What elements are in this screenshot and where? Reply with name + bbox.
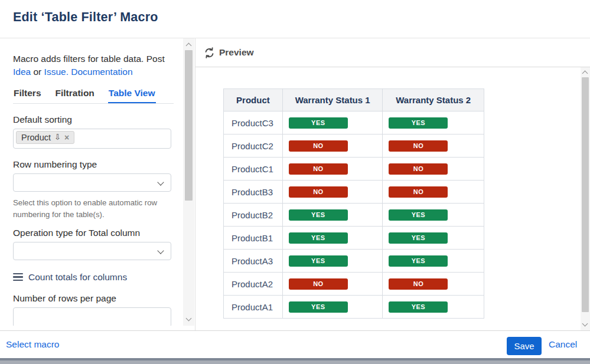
- preview-table: ProductWarranty Status 1Warranty Status …: [223, 88, 484, 319]
- status-cell: NO: [282, 158, 383, 181]
- window-edge-light: [0, 360, 590, 364]
- product-cell: ProductC2: [224, 135, 283, 158]
- status-cell: YES: [282, 204, 383, 227]
- product-cell: ProductA1: [224, 296, 283, 319]
- sort-chip[interactable]: Product ⇩ ×: [16, 131, 74, 144]
- sort-chip-label: Product: [21, 133, 51, 142]
- preview-title: Preview: [219, 47, 254, 58]
- row-numbering-help: Select this option to enable automatic r…: [13, 197, 171, 221]
- panel-divider: [195, 38, 195, 330]
- page-title: Edit ‘Table Filter’ Macro: [13, 10, 158, 25]
- status-cell: YES: [282, 296, 383, 319]
- product-cell: ProductA2: [224, 273, 283, 296]
- status-cell: YES: [282, 250, 383, 273]
- count-totals-label: Count totals for columns: [28, 272, 127, 283]
- table-row: ProductB3NONO: [224, 181, 484, 204]
- product-cell: ProductB1: [224, 227, 283, 250]
- cancel-link[interactable]: Cancel: [549, 339, 577, 350]
- scroll-down-icon[interactable]: [582, 321, 588, 327]
- status-cell: NO: [383, 273, 484, 296]
- save-button[interactable]: Save: [507, 337, 542, 355]
- status-badge: YES: [389, 117, 448, 129]
- product-cell: ProductB3: [224, 181, 283, 204]
- status-badge: NO: [289, 163, 348, 175]
- description-text: Macro adds filters for table data. Post: [13, 53, 172, 65]
- status-badge: YES: [389, 301, 448, 313]
- status-cell: YES: [383, 227, 484, 250]
- status-badge: YES: [289, 232, 348, 244]
- hamburger-icon: [13, 273, 23, 281]
- status-badge: NO: [389, 278, 448, 290]
- status-cell: NO: [282, 181, 383, 204]
- preview-scrollbar[interactable]: [581, 67, 590, 330]
- select-macro-link[interactable]: Select macro: [6, 339, 59, 350]
- documentation-link[interactable]: Documentation: [71, 67, 132, 77]
- table-header-row: ProductWarranty Status 1Warranty Status …: [224, 89, 484, 112]
- status-cell: NO: [383, 135, 484, 158]
- chevron-down-icon: [157, 247, 164, 254]
- column-header: Warranty Status 2: [383, 89, 484, 112]
- table-row: ProductA2NONO: [224, 273, 484, 296]
- status-cell: YES: [383, 250, 484, 273]
- status-cell: YES: [383, 112, 484, 135]
- rows-per-page-input[interactable]: [13, 307, 171, 326]
- status-badge: YES: [289, 117, 348, 129]
- status-badge: NO: [289, 186, 348, 198]
- default-sorting-label: Default sorting: [13, 114, 172, 125]
- tab-filtration[interactable]: Filtration: [55, 88, 95, 103]
- status-badge: NO: [389, 186, 448, 198]
- status-badge: NO: [289, 140, 348, 152]
- product-cell: ProductC1: [224, 158, 283, 181]
- issue-link[interactable]: Issue.: [44, 67, 69, 77]
- scroll-up-icon[interactable]: [582, 71, 588, 77]
- preview-header: Preview: [195, 38, 590, 67]
- rows-per-page-label: Number of rows per page: [13, 293, 172, 304]
- idea-link[interactable]: Idea: [13, 67, 31, 77]
- settings-tabs: FiltersFiltrationTable View: [13, 88, 174, 104]
- status-badge: NO: [389, 140, 448, 152]
- status-badge: YES: [289, 209, 348, 221]
- product-cell: ProductA3: [224, 250, 283, 273]
- scrollbar-thumb[interactable]: [185, 50, 193, 201]
- remove-chip-icon[interactable]: ×: [64, 133, 69, 142]
- operation-type-label: Operation type for Total column: [13, 228, 172, 238]
- or-text: or: [31, 67, 44, 77]
- status-badge: YES: [389, 255, 448, 267]
- table-row: ProductB1YESYES: [224, 227, 484, 250]
- status-badge: YES: [389, 209, 448, 221]
- column-header: Product: [224, 89, 283, 112]
- table-row: ProductA3YESYES: [224, 250, 484, 273]
- tab-table-view[interactable]: Table View: [108, 88, 156, 103]
- operation-type-select[interactable]: [13, 242, 171, 260]
- status-cell: NO: [383, 181, 484, 204]
- status-badge: NO: [289, 278, 348, 290]
- refresh-icon[interactable]: [204, 47, 215, 61]
- status-cell: YES: [282, 112, 383, 135]
- chevron-down-icon: [157, 179, 164, 185]
- scrollbar-thumb[interactable]: [582, 77, 589, 312]
- column-header: Warranty Status 1: [282, 89, 383, 112]
- status-cell: YES: [282, 227, 383, 250]
- product-cell: ProductC3: [224, 112, 283, 135]
- table-row: ProductC1NONO: [224, 158, 484, 181]
- status-cell: YES: [383, 296, 484, 319]
- product-cell: ProductB2: [224, 204, 283, 227]
- status-cell: NO: [282, 135, 383, 158]
- settings-scrollbar[interactable]: [183, 38, 194, 326]
- table-row: ProductC3YESYES: [224, 112, 484, 135]
- table-row: ProductA1YESYES: [224, 296, 484, 319]
- scroll-up-icon[interactable]: [186, 43, 192, 49]
- default-sorting-input[interactable]: Product ⇩ ×: [13, 129, 171, 149]
- row-numbering-label: Row numbering type: [13, 159, 172, 170]
- status-cell: NO: [383, 158, 484, 181]
- macro-edit-dialog: Edit ‘Table Filter’ Macro Macro adds fil…: [0, 0, 590, 364]
- scroll-down-icon[interactable]: [186, 316, 192, 322]
- tab-filters[interactable]: Filters: [13, 88, 42, 103]
- status-cell: YES: [383, 204, 484, 227]
- sort-direction-icon[interactable]: ⇩: [54, 133, 61, 142]
- count-totals-control[interactable]: Count totals for columns: [13, 272, 127, 283]
- table-row: ProductC2NONO: [224, 135, 484, 158]
- settings-panel: Macro adds filters for table data. Post …: [0, 38, 183, 326]
- row-numbering-select[interactable]: [13, 173, 171, 192]
- status-badge: NO: [389, 163, 448, 175]
